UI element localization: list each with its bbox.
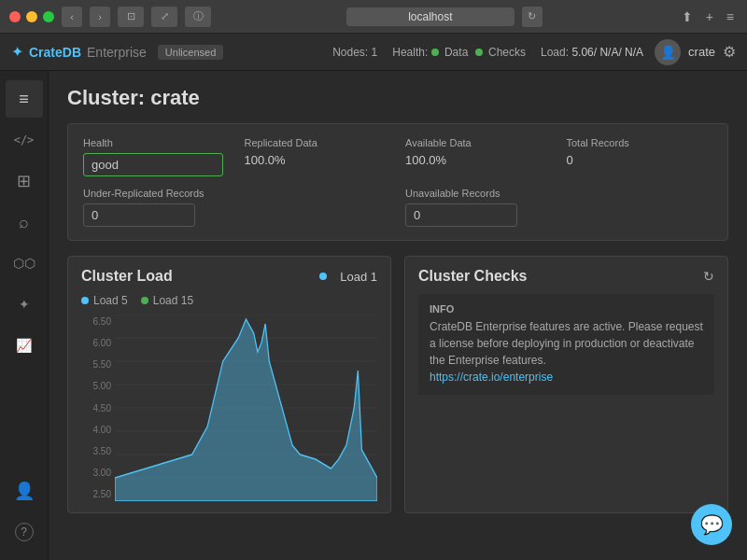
load5-legend-dot — [81, 297, 89, 304]
user-icon: 👤 — [14, 481, 35, 501]
sidebar-item-search[interactable]: ⌕ — [6, 203, 43, 241]
load-value: 5.06/ N/A/ N/A — [571, 46, 643, 59]
nodes-value: 1 — [372, 46, 378, 59]
under-replicated-section: Under-Replicated Records — [83, 188, 230, 227]
info-label: INFO — [430, 303, 703, 315]
cluster-load-title: Cluster Load — [81, 268, 173, 285]
cluster-checks-header: Cluster Checks ↻ — [418, 268, 714, 285]
monitoring-icon: 📈 — [16, 338, 32, 353]
checks-refresh-button[interactable]: ↻ — [703, 269, 714, 284]
logo-text: CrateDB — [29, 45, 81, 60]
health-value-input[interactable] — [83, 153, 223, 176]
health-panel: Health Replicated Data 100.0% Available … — [67, 123, 728, 241]
sidebar-item-tables[interactable]: ⊞ — [6, 162, 43, 200]
health-row2: Under-Replicated Records Unavailable Rec… — [83, 188, 712, 227]
info-box: INFO CrateDB Enterprise features are act… — [418, 294, 714, 395]
y-label-300: 3.00 — [81, 468, 115, 478]
settings-button[interactable]: ⚙ — [723, 43, 736, 61]
cluster-checks-panel: Cluster Checks ↻ INFO CrateDB Enterprise… — [404, 256, 728, 513]
unavailable-label: Unavailable Records — [405, 188, 552, 199]
health-checks-dot — [475, 49, 483, 56]
sidebar-item-overview[interactable]: ≡ — [6, 80, 43, 118]
available-label: Available Data — [405, 137, 552, 148]
load15-legend-dot — [141, 297, 148, 304]
sidebar-item-cluster[interactable]: ✦ — [6, 286, 43, 323]
unlicensed-badge: Unlicensed — [158, 45, 223, 60]
load15-legend-item: Load 15 — [141, 294, 193, 307]
y-label-600: 6.00 — [81, 338, 115, 348]
close-button[interactable] — [9, 11, 21, 22]
nodes-info: Nodes: 1 — [332, 46, 377, 59]
load5-legend-label: Load 5 — [93, 294, 128, 307]
load-chart-svg — [115, 315, 377, 501]
cluster-load-header: Cluster Load Load 1 — [81, 268, 377, 285]
chat-button[interactable]: 💬 — [691, 504, 732, 545]
user-avatar[interactable]: 👤 — [655, 39, 681, 65]
main-content: Cluster: crate Health Replicated Data 10… — [49, 71, 747, 560]
info-text: CrateDB Enterprise features are active. … — [430, 318, 703, 385]
load-chart: 6.50 6.00 5.50 5.00 4.50 4.00 3.50 3.00 … — [81, 315, 377, 501]
cratedb-logo-icon: ✦ — [11, 43, 23, 61]
y-label-250: 2.50 — [81, 489, 115, 499]
cluster-icon: ✦ — [19, 297, 30, 312]
forward-button[interactable]: › — [90, 7, 110, 27]
total-records-label: Total Records — [567, 137, 713, 148]
sidebar-toggle-button[interactable]: ⊡ — [118, 7, 144, 27]
toolbar-info: Nodes: 1 Health: Data Checks Load: 5.06/… — [332, 46, 643, 59]
unavailable-input[interactable] — [405, 203, 517, 227]
y-label-400: 4.00 — [81, 425, 115, 435]
username: crate — [688, 45, 715, 59]
top-toolbar: ✦ CrateDB Enterprise Unlicensed Nodes: 1… — [0, 34, 747, 71]
address-bar: localhost — [346, 7, 514, 26]
sidebar-item-monitoring[interactable]: 📈 — [6, 327, 43, 364]
unavailable-section: Unavailable Records — [405, 188, 552, 227]
new-tab-button[interactable]: + — [702, 7, 717, 26]
health-grid: Health Replicated Data 100.0% Available … — [83, 137, 712, 176]
total-records-section: Total Records 0 — [567, 137, 713, 176]
fullscreen-button[interactable]: ⤢ — [151, 7, 177, 27]
load-info: Load: 5.06/ N/A/ N/A — [541, 46, 643, 59]
cluster-checks-title: Cluster Checks — [418, 268, 528, 285]
total-records-value: 0 — [567, 153, 713, 167]
share-button[interactable]: ⬆ — [678, 7, 697, 26]
load1-legend-label: Load 1 — [340, 270, 377, 284]
search-icon: ⌕ — [19, 213, 29, 232]
chart-svg-area — [115, 315, 377, 501]
load1-legend-dot — [319, 273, 327, 280]
enterprise-link[interactable]: https://crate.io/enterprise — [430, 371, 553, 384]
nodes-icon: ⬡⬡ — [13, 256, 35, 271]
y-label-550: 5.50 — [81, 359, 115, 370]
minimize-button[interactable] — [26, 11, 37, 22]
load-legends: Load 5 Load 15 — [81, 294, 377, 307]
bottom-panels: Cluster Load Load 1 Load 5 Load 15 — [67, 256, 728, 513]
y-label-350: 3.50 — [81, 446, 115, 456]
under-replicated-input[interactable] — [83, 203, 195, 227]
replicated-section: Replicated Data 100.0% — [245, 137, 391, 176]
sidebar-item-nodes[interactable]: ⬡⬡ — [6, 245, 43, 282]
info-button[interactable]: ⓘ — [185, 7, 211, 27]
load5-legend-item: Load 5 — [81, 294, 128, 307]
sidebar-item-console[interactable]: </> — [6, 121, 43, 159]
reload-button[interactable]: ↻ — [522, 7, 543, 27]
sidebar-item-users[interactable]: 👤 — [6, 472, 43, 510]
health-data-label: Data — [444, 46, 468, 59]
sidebar-item-help[interactable]: ? — [6, 513, 43, 551]
y-label-500: 5.00 — [81, 381, 115, 391]
sidebar: ≡ </> ⊞ ⌕ ⬡⬡ ✦ 📈 👤 ? — [0, 71, 49, 560]
enterprise-label: Enterprise — [87, 45, 147, 60]
chart-y-labels: 6.50 6.00 5.50 5.00 4.50 4.00 3.50 3.00 … — [81, 315, 115, 501]
more-button[interactable]: ≡ — [723, 7, 738, 26]
user-area: 👤 crate ⚙ — [655, 39, 736, 65]
available-section: Available Data 100.0% — [405, 137, 552, 176]
maximize-button[interactable] — [43, 11, 54, 22]
replicated-label: Replicated Data — [245, 137, 391, 148]
window-chrome: ‹ › ⊡ ⤢ ⓘ localhost ↻ ⬆ + ≡ — [0, 0, 747, 34]
menu-icon: ≡ — [19, 90, 29, 109]
health-data-dot — [431, 49, 439, 56]
svg-marker-9 — [115, 319, 377, 501]
page-title: Cluster: crate — [67, 86, 728, 110]
health-checks-label: Checks — [488, 46, 526, 59]
address-bar-area: localhost ↻ — [218, 7, 670, 27]
back-button[interactable]: ‹ — [62, 7, 82, 27]
table-icon: ⊞ — [17, 171, 31, 191]
